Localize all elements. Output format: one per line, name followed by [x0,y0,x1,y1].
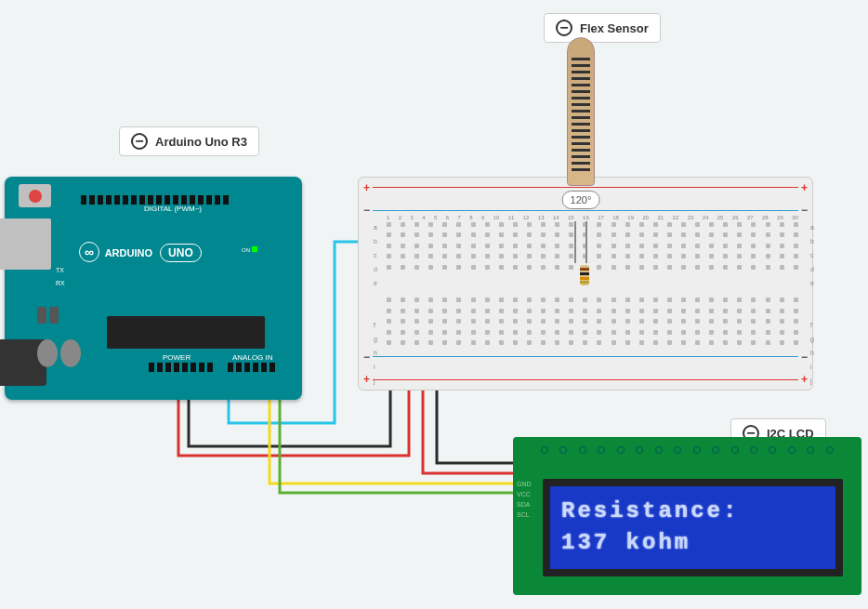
i2c-lcd[interactable]: GNDVCCSDASCL Resistance: 137 kohm [513,437,861,595]
minus-sign: − [801,351,808,364]
arduino-branding: ∞ ARDUINO UNO [79,242,202,262]
label-text: Arduino Uno R3 [155,135,247,149]
capacitor [60,339,81,367]
lcd-line2: 137 kohm [561,527,824,559]
collapse-icon[interactable] [131,133,148,150]
plus-sign: + [363,373,370,386]
row-labels-left: abcdefghij [374,224,377,385]
wire-red-lcd[interactable] [423,379,516,473]
digital-label: DIGITAL (PWM~) [144,205,202,213]
label-flex-sensor[interactable]: Flex Sensor [544,13,661,43]
breadboard-grid[interactable] [387,222,798,345]
capacitor [37,339,58,367]
flex-leads [574,221,587,263]
resistor[interactable] [581,265,588,293]
lcd-screen: Resistance: 137 kohm [543,479,843,576]
plus-sign: + [801,373,808,386]
arduino-logo-icon: ∞ [79,242,99,262]
rail-bottom: − + − + [373,354,798,382]
row-labels-right: abcdefghij [810,224,814,385]
minus-sign: − [363,351,370,364]
lcd-line1: Resistance: [561,496,824,527]
power-led: ON [242,246,257,253]
wire-yellow-sda[interactable] [270,384,516,483]
power-label: POWER [163,353,191,362]
wire-green-scl[interactable] [280,384,516,493]
collapse-icon[interactable] [556,20,572,36]
model-text: UNO [160,244,202,262]
plus-sign: + [801,181,808,194]
label-text: Flex Sensor [580,21,649,35]
tx-rx-labels: TX RX [56,264,65,290]
flex-body [567,37,595,186]
analog-label: ANALOG IN [232,353,273,362]
flex-stripes [572,57,590,171]
power-header[interactable] [149,363,213,372]
label-arduino[interactable]: Arduino Uno R3 [119,126,259,156]
atmega-chip [107,316,265,349]
capacitor [49,307,59,324]
lcd-pin-row [541,446,834,454]
flex-sensor[interactable]: 120° [567,37,595,223]
minus-sign: − [363,204,370,217]
analog-header[interactable] [228,363,275,372]
lcd-pin-labels: GNDVCCSDASCL [517,479,532,520]
arduino-board: ∞ ARDUINO UNO ON TX RX DIGITAL (PWM~) PO… [5,177,302,400]
minus-sign: − [801,204,808,217]
capacitor [37,307,46,324]
plus-sign: + [363,181,370,194]
arduino-uno[interactable]: ∞ ARDUINO UNO ON TX RX DIGITAL (PWM~) PO… [5,177,302,400]
flex-angle-badge: 120° [562,191,600,209]
brand-text: ARDUINO [105,247,152,258]
reset-button[interactable] [19,184,51,207]
digital-header[interactable] [81,195,229,205]
usb-port [0,218,51,270]
resistor-body [580,265,589,285]
